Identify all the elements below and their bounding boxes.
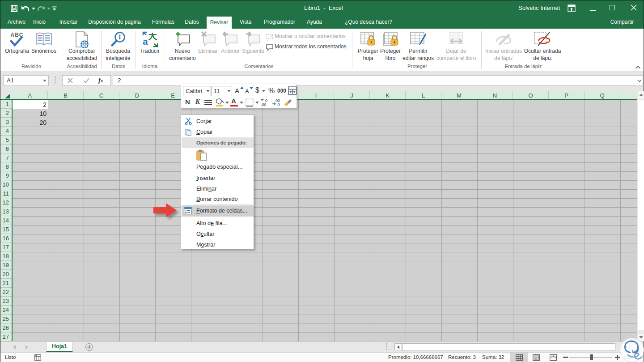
svg-text:a: a [143,36,148,47]
svg-text:,0: ,0 [276,102,280,107]
svg-text:,00: ,00 [261,102,267,107]
